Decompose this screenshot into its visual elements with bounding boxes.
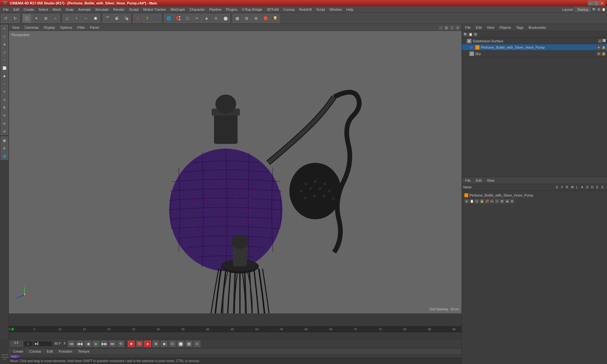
sidebar-add-tool[interactable]: ⊕ xyxy=(1,40,8,48)
close-button[interactable]: ✕ xyxy=(599,1,604,5)
viewport-menu-panel[interactable]: Panel xyxy=(88,25,101,30)
attr-ctrl-7[interactable]: ✓ xyxy=(495,199,499,203)
transport-step-back[interactable]: ◀◀ xyxy=(76,340,83,347)
menu-plugins[interactable]: Plugins xyxy=(224,7,239,12)
scale-tool-button[interactable]: ⊞ xyxy=(41,14,50,23)
viewport-menu-view[interactable]: View xyxy=(10,25,21,30)
tool-btn-h[interactable]: ⊞ xyxy=(252,14,261,23)
objects-menu-objects[interactable]: Objects xyxy=(497,25,513,30)
sidebar-line-tool[interactable]: ─ xyxy=(1,80,8,88)
tool-btn-e[interactable]: ⬤ xyxy=(221,14,230,23)
transport-extra-2[interactable]: 🔴 xyxy=(136,340,143,347)
transport-extra-8[interactable]: ▦ xyxy=(185,340,193,347)
perfume-vis-btn[interactable]: ● xyxy=(597,45,601,50)
menu-file[interactable]: File xyxy=(1,7,11,12)
attr-ctrl-6[interactable]: ↩ xyxy=(490,199,494,203)
transport-record[interactable]: ⟲ xyxy=(117,340,125,347)
attr-ctrl-1[interactable]: ● xyxy=(464,199,469,203)
menu-window[interactable]: Window xyxy=(328,7,344,12)
menu-3dtoall[interactable]: 3DToAll xyxy=(265,7,281,12)
attr-menu-view[interactable]: View xyxy=(485,178,496,183)
viewport-canvas[interactable]: Perspective xyxy=(9,31,462,313)
menu-script[interactable]: Script xyxy=(314,7,327,12)
layout-btn-3[interactable]: 📋 xyxy=(601,7,606,12)
menu-mesh[interactable]: Mesh xyxy=(51,7,63,12)
menu-help[interactable]: Help xyxy=(344,7,355,12)
sidebar-target-tool[interactable]: ◎ xyxy=(1,119,8,127)
viewport-menu-display[interactable]: Display xyxy=(42,25,57,30)
attr-ctrl-3[interactable]: ⬡ xyxy=(475,199,479,203)
tool-btn-i[interactable]: 🔴 xyxy=(261,14,270,23)
transport-forward[interactable]: ▶▶ xyxy=(101,340,108,347)
sidebar-settings-tool[interactable]: ⚙ xyxy=(1,144,8,152)
transport-extra-7[interactable]: ⬤ xyxy=(177,340,184,347)
viewport-expand-btn[interactable]: ↔ xyxy=(438,25,443,30)
attr-ctrl-2[interactable]: 📋 xyxy=(469,199,474,203)
menu-sculpt[interactable]: Sculpt xyxy=(127,7,141,12)
timeline-numbers[interactable]: 051015202530354045505560657075808590 xyxy=(9,326,462,332)
viewport-close-btn[interactable]: ✕ xyxy=(455,25,460,30)
objects-menu-tags[interactable]: Tags xyxy=(514,25,525,30)
layout-btn-2[interactable]: ⚙ xyxy=(597,7,601,12)
menu-select[interactable]: Select xyxy=(37,7,50,12)
transport-extra-6[interactable]: ⊙ xyxy=(169,340,176,347)
mat-tab-corona[interactable]: Corona xyxy=(27,349,44,354)
sidebar-no-tool[interactable]: ⊘ xyxy=(1,127,8,135)
object-mode-button[interactable]: ◻ xyxy=(63,14,71,23)
tool-btn-g[interactable]: ⊞ xyxy=(242,14,251,23)
objects-menu-view[interactable]: View xyxy=(485,25,496,30)
objects-toolbar-btn-1[interactable]: 🔍 xyxy=(463,32,468,37)
menu-render[interactable]: Render xyxy=(111,7,126,12)
sidebar-cursor-tool[interactable]: ↖ xyxy=(1,25,8,32)
move-tool-button[interactable]: ✦ xyxy=(32,14,41,23)
object-row-subdivision[interactable]: ▣ Subdivision Surface ✓ xyxy=(462,38,607,44)
mat-tab-function[interactable]: Function xyxy=(56,349,75,354)
menu-motion-tracker[interactable]: Motion Tracker xyxy=(141,7,168,12)
render-view-button[interactable]: 📽 xyxy=(112,14,121,23)
tool-btn-d[interactable]: ⊙ xyxy=(212,14,220,23)
menu-mograph[interactable]: MoGraph xyxy=(169,7,187,12)
layout-btn-1[interactable]: 🔍 xyxy=(592,7,596,12)
render-settings-button[interactable]: 🎭 xyxy=(122,14,131,23)
mat-tab-create[interactable]: Create xyxy=(10,349,26,354)
live-select-button[interactable]: ⬡ xyxy=(22,14,31,23)
attr-ctrl-10[interactable]: ✕ xyxy=(510,199,514,203)
sidebar-grid-tool[interactable]: ▦ xyxy=(1,136,8,144)
minimize-button[interactable]: ─ xyxy=(588,1,593,5)
sidebar-select-tool[interactable]: ⬡ xyxy=(1,33,8,40)
attr-menu-file[interactable]: File xyxy=(463,178,473,183)
edge-mode-button[interactable]: ─ xyxy=(82,14,90,23)
sidebar-circle-tool[interactable]: ○ xyxy=(1,56,8,64)
sidebar-s-tool[interactable]: S xyxy=(1,104,8,111)
transport-extra-3[interactable]: ● xyxy=(144,340,151,347)
object-row-sky[interactable]: ☁ Sky ● 🔒 xyxy=(462,51,607,57)
transport-play[interactable]: ▶ xyxy=(92,340,100,347)
perfume-expand-icon[interactable]: ▷ xyxy=(469,45,474,50)
frame-slider[interactable]: ▶▎ xyxy=(34,341,52,347)
tool-btn-j[interactable]: 💡 xyxy=(271,14,279,23)
transport-to-start[interactable]: ⏮ xyxy=(68,340,75,347)
transport-extra-9[interactable]: ≡ xyxy=(193,340,201,347)
maximize-button[interactable]: □ xyxy=(594,1,599,5)
menu-animate[interactable]: Animate xyxy=(76,7,93,12)
undo-button[interactable]: ↺ xyxy=(1,14,10,23)
objects-toolbar-btn-3[interactable]: ⚙ xyxy=(473,32,478,37)
transport-extra-5[interactable]: ◆ xyxy=(160,340,168,347)
sidebar-pen-tool[interactable]: ✎ xyxy=(1,88,8,95)
viewport-menu-options[interactable]: Options xyxy=(58,25,74,30)
menu-corona[interactable]: Corona xyxy=(281,7,297,12)
viewport-fullscreen-btn[interactable]: □ xyxy=(450,25,455,30)
viewport-grid-btn[interactable]: ⊞ xyxy=(444,25,449,30)
axis-y-button[interactable]: Y xyxy=(143,14,152,23)
poly-mode-button[interactable]: ⬟ xyxy=(91,14,100,23)
sidebar-box-tool[interactable]: ⬜ xyxy=(1,64,8,72)
transport-extra-4[interactable]: ⊕ xyxy=(152,340,160,347)
objects-toolbar-btn-2[interactable]: 📋 xyxy=(468,32,473,37)
menu-pipeline[interactable]: Pipeline xyxy=(207,7,224,12)
layout-value[interactable]: Startup xyxy=(575,7,591,12)
render-region-button[interactable]: 🎬 xyxy=(103,14,112,23)
mat-tab-edit[interactable]: Edit xyxy=(44,349,56,354)
attr-ctrl-5[interactable]: 📌 xyxy=(485,199,489,203)
snap-tool-button[interactable]: 🧲 xyxy=(174,14,182,23)
attr-ctrl-9[interactable]: ◈ xyxy=(505,199,509,203)
